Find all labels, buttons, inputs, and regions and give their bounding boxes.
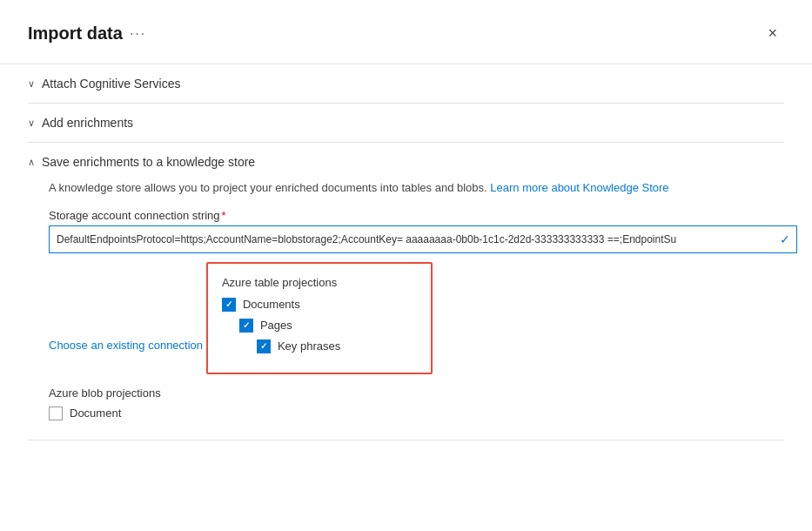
checkbox-documents-label: Documents	[243, 298, 300, 311]
add-enrichments-chevron: ∨	[28, 118, 35, 129]
connection-string-input[interactable]	[49, 225, 797, 253]
azure-table-title: Azure table projections	[222, 276, 417, 289]
close-button[interactable]: ×	[761, 21, 784, 46]
panel-header: Import data ··· ×	[28, 21, 784, 46]
checkbox-pages-check: ✓	[243, 320, 250, 330]
save-enrichments-section: ∧ Save enrichments to a knowledge store …	[28, 143, 784, 440]
attach-cognitive-header[interactable]: ∨ Attach Cognitive Services	[28, 77, 784, 91]
connection-string-wrapper: ✓	[49, 225, 797, 253]
checkbox-row-key-phrases[interactable]: ✓ Key phrases	[257, 339, 417, 353]
panel-title: Import data	[28, 24, 123, 44]
connection-string-label: Storage account connection string*	[49, 209, 784, 222]
checkbox-row-blob-document[interactable]: Document	[49, 407, 784, 420]
learn-more-link[interactable]: Learn more about Knowledge Store	[490, 181, 668, 194]
add-enrichments-header[interactable]: ∨ Add enrichments	[28, 116, 784, 130]
add-enrichments-label: Add enrichments	[42, 116, 133, 130]
more-options-icon[interactable]: ···	[130, 26, 146, 42]
attach-cognitive-chevron: ∨	[28, 78, 35, 90]
title-row: Import data ···	[28, 24, 146, 44]
checkbox-row-pages[interactable]: ✓ Pages	[239, 319, 417, 333]
checkbox-key-phrases[interactable]: ✓	[257, 339, 271, 353]
checkbox-pages-label: Pages	[260, 319, 292, 332]
add-enrichments-section: ∨ Add enrichments	[28, 104, 784, 143]
choose-connection-link[interactable]: Choose an existing connection	[49, 339, 203, 352]
save-enrichments-label: Save enrichments to a knowledge store	[42, 155, 255, 169]
attach-cognitive-section: ∨ Attach Cognitive Services	[28, 64, 784, 104]
checkbox-key-phrases-label: Key phrases	[278, 339, 340, 353]
save-enrichments-chevron: ∧	[28, 157, 35, 168]
attach-cognitive-label: Attach Cognitive Services	[42, 77, 181, 91]
azure-blob-title: Azure blob projections	[49, 386, 784, 400]
import-data-panel: Import data ··· × ∨ Attach Cognitive Ser…	[0, 0, 812, 531]
checkbox-blob-document-label: Document	[70, 407, 121, 420]
connection-string-field: Storage account connection string* ✓	[49, 209, 784, 253]
checkbox-blob-document[interactable]	[49, 407, 63, 420]
save-enrichments-content: A knowledge store allows you to project …	[28, 169, 784, 420]
checkbox-documents[interactable]: ✓	[222, 298, 236, 312]
checkbox-pages[interactable]: ✓	[239, 319, 253, 333]
knowledge-store-description: A knowledge store allows you to project …	[49, 179, 784, 197]
azure-blob-projections: Azure blob projections Document	[49, 386, 784, 420]
save-enrichments-header[interactable]: ∧ Save enrichments to a knowledge store	[28, 155, 784, 169]
input-check-icon: ✓	[780, 232, 790, 246]
checkbox-documents-check: ✓	[225, 299, 232, 309]
checkbox-row-documents[interactable]: ✓ Documents	[222, 298, 417, 312]
azure-table-projections-box: Azure table projections ✓ Documents ✓ Pa…	[206, 262, 433, 374]
checkbox-key-phrases-check: ✓	[260, 341, 267, 351]
